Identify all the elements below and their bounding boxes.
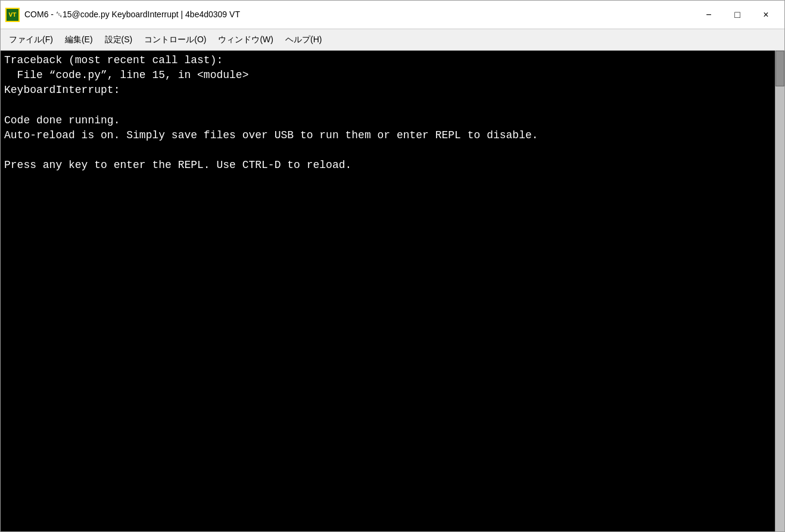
close-button[interactable]: × — [752, 5, 780, 24]
scrollbar[interactable] — [775, 51, 784, 531]
menu-control[interactable]: コントロール(O) — [138, 32, 212, 48]
app-icon: VT — [5, 8, 20, 22]
title-bar-controls: − □ × — [695, 5, 780, 24]
menu-file[interactable]: ファイル(F) — [3, 32, 59, 48]
menu-help[interactable]: ヘルプ(H) — [279, 32, 328, 48]
scrollbar-thumb[interactable] — [775, 51, 784, 86]
title-bar: VT COM6 - ␆15@code.py KeyboardInterrupt … — [1, 1, 784, 29]
minimize-button[interactable]: − — [695, 5, 722, 24]
main-window: VT COM6 - ␆15@code.py KeyboardInterrupt … — [0, 0, 785, 532]
terminal-output: Traceback (most recent call last): File … — [1, 51, 775, 531]
menu-window[interactable]: ウィンドウ(W) — [212, 32, 279, 48]
maximize-button[interactable]: □ — [724, 5, 751, 24]
terminal-container[interactable]: Traceback (most recent call last): File … — [1, 51, 784, 531]
menu-settings[interactable]: 設定(S) — [99, 32, 139, 48]
menu-bar: ファイル(F) 編集(E) 設定(S) コントロール(O) ウィンドウ(W) ヘ… — [1, 29, 784, 51]
menu-edit[interactable]: 編集(E) — [59, 32, 99, 48]
window-title: COM6 - ␆15@code.py KeyboardInterrupt | 4… — [24, 10, 240, 20]
title-bar-left: VT COM6 - ␆15@code.py KeyboardInterrupt … — [5, 8, 240, 22]
